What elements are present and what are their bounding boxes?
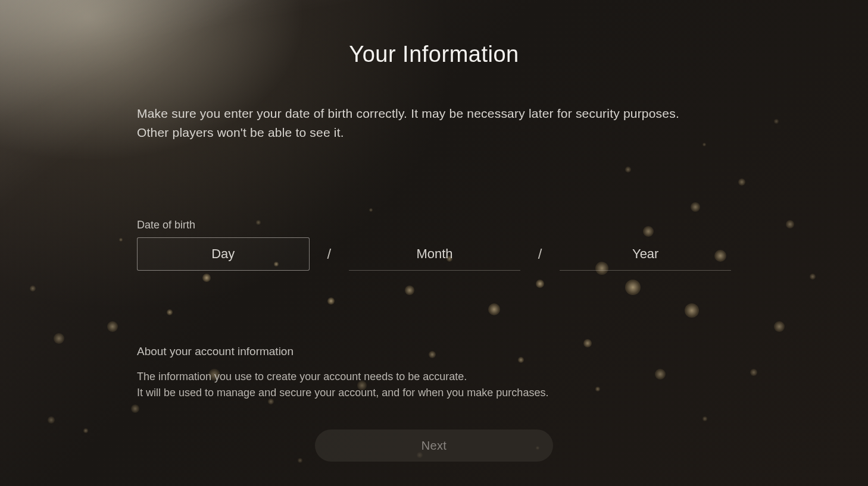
info-line-2: It will be used to manage and secure you… [137,385,731,401]
date-of-birth-section: Date of birth Day / Month / Year [137,219,731,271]
info-line-1: The information you use to create your a… [137,369,731,385]
date-of-birth-label: Date of birth [137,219,731,231]
account-info-heading: About your account information [137,345,731,358]
date-separator: / [327,246,332,262]
year-field[interactable]: Year [560,237,731,271]
main-content: Your Information Make sure you enter you… [0,0,868,462]
next-button[interactable]: Next [315,429,553,462]
account-info-section: About your account information The infor… [137,345,731,401]
date-separator: / [538,246,542,262]
page-title: Your Information [137,42,731,67]
day-field[interactable]: Day [137,237,310,271]
instruction-line-2: Other players won't be able to see it. [137,123,731,142]
instruction-line-1: Make sure you enter your date of birth c… [137,104,731,123]
month-field[interactable]: Month [349,237,520,271]
date-of-birth-inputs: Day / Month / Year [137,237,731,271]
account-info-text: The information you use to create your a… [137,369,731,401]
instruction-text: Make sure you enter your date of birth c… [137,104,731,142]
